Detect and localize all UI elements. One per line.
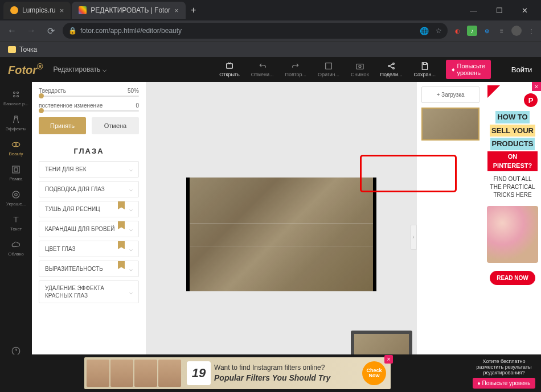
tool-item[interactable]: ТЕНИ ДЛЯ ВЕК⌵ bbox=[39, 161, 139, 178]
chevron-down-icon: ⌵ bbox=[129, 226, 133, 232]
folder-icon bbox=[8, 46, 16, 53]
rail-cloud[interactable]: Облако bbox=[0, 236, 32, 261]
promo-upgrade-button[interactable]: ♦Повысьте уровень bbox=[473, 378, 535, 389]
chevron-down-icon: ⌵ bbox=[129, 266, 133, 272]
bookmark-item[interactable]: Точка bbox=[19, 46, 37, 53]
tool-item[interactable]: ЦВЕТ ГЛАЗ⌵ bbox=[39, 241, 139, 257]
favicon bbox=[79, 6, 87, 14]
rail-frame[interactable]: Рамка bbox=[0, 160, 32, 185]
maximize-button[interactable]: ☐ bbox=[486, 2, 512, 19]
menu-button[interactable]: ⋮ bbox=[526, 26, 536, 36]
svg-point-7 bbox=[14, 92, 15, 94]
ad-cta-button[interactable]: Check Now bbox=[362, 361, 386, 385]
back-button[interactable]: ← bbox=[5, 23, 19, 38]
svg-point-15 bbox=[13, 191, 19, 198]
promo-text: Хотите бесплатно разместить результаты р… bbox=[472, 358, 536, 376]
rail-basic[interactable]: Базовое р... bbox=[0, 85, 32, 110]
profile-avatar[interactable] bbox=[511, 26, 522, 36]
app-header: Fotor® Редактировать⌵ Открыть Отмени... … bbox=[0, 57, 541, 82]
tool-item[interactable]: УДАЛЕНИЕ ЭФФЕКТА КРАСНЫХ ГЛАЗ⌵ bbox=[39, 280, 139, 303]
address-bar[interactable]: 🔒 fotor.com/app.html#/editor/beauty 🌐 ☆ bbox=[63, 23, 448, 39]
upgrade-button[interactable]: ♦Повысьте уровень bbox=[446, 60, 491, 79]
rail-text[interactable]: Текст bbox=[0, 211, 32, 236]
thumbnail[interactable] bbox=[421, 108, 479, 141]
cancel-button[interactable]: Отмена bbox=[92, 117, 139, 134]
login-button[interactable]: Войти bbox=[511, 65, 532, 74]
selection-highlight bbox=[360, 155, 457, 192]
svg-point-4 bbox=[388, 65, 390, 67]
favicon bbox=[10, 6, 18, 14]
ad-cta-button[interactable]: READ NOW bbox=[490, 271, 535, 285]
save-button[interactable]: Сохран... bbox=[414, 61, 436, 77]
original-button[interactable]: Оригин... bbox=[318, 61, 339, 77]
transition-slider[interactable]: постепенное изменение0 bbox=[39, 102, 139, 112]
tab-fotor[interactable]: РЕДАКТИРОВАТЬ | Fotor × bbox=[72, 2, 185, 19]
pinterest-icon[interactable]: P bbox=[524, 93, 538, 107]
hardness-slider[interactable]: Твердость50% bbox=[39, 88, 139, 97]
svg-point-5 bbox=[393, 63, 395, 65]
ad-headline: HOW TO SELL YOUR PRODUCTS ON PINTEREST? bbox=[487, 110, 538, 172]
accept-button[interactable]: Принять bbox=[39, 117, 86, 134]
open-button[interactable]: Открыть bbox=[219, 61, 239, 77]
chevron-down-icon: ⌵ bbox=[103, 65, 106, 73]
tool-item[interactable]: ПОДВОДКА ДЛЯ ГЛАЗ⌵ bbox=[39, 181, 139, 197]
forward-button[interactable]: → bbox=[24, 23, 39, 38]
extension-icon[interactable]: ♪ bbox=[467, 26, 477, 36]
svg-point-9 bbox=[14, 96, 15, 97]
uploads-panel: + Загрузка 🗑Очистить все bbox=[417, 82, 484, 392]
redo-button[interactable]: Повтор... bbox=[285, 61, 307, 77]
tab-lumpics[interactable]: Lumpics.ru × bbox=[3, 2, 71, 19]
tool-item[interactable]: ВЫРАЗИТЕЛЬНОСТЬ⌵ bbox=[39, 261, 139, 277]
fotor-logo[interactable]: Fotor® bbox=[8, 62, 43, 77]
banner-ad[interactable]: × 19 Want to find Instagram filters onli… bbox=[84, 357, 391, 389]
diamond-icon: ♦ bbox=[452, 66, 455, 73]
rail-beauty[interactable]: Beauty bbox=[0, 135, 32, 160]
extension-icon[interactable]: ≡ bbox=[497, 26, 507, 36]
svg-rect-13 bbox=[13, 166, 19, 173]
close-button[interactable]: ✕ bbox=[512, 2, 538, 19]
close-icon[interactable]: × bbox=[532, 82, 541, 91]
new-tab-button[interactable]: + bbox=[187, 3, 200, 17]
ad-thumb bbox=[134, 360, 157, 387]
bookmark-flag-icon bbox=[118, 241, 125, 249]
mode-dropdown[interactable]: Редактировать⌵ bbox=[53, 65, 106, 73]
ad-thumb bbox=[87, 360, 109, 387]
tab-title: Lumpics.ru bbox=[22, 6, 56, 14]
bottom-bar: × 19 Want to find Instagram filters onli… bbox=[0, 354, 541, 392]
extension-icon[interactable]: ⊕ bbox=[482, 26, 492, 36]
rail-effects[interactable]: Эффекты bbox=[0, 110, 32, 135]
expand-handle[interactable]: › bbox=[410, 225, 417, 250]
ad-image bbox=[487, 206, 538, 263]
close-icon[interactable]: × bbox=[174, 6, 179, 15]
browser-tabs: Lumpics.ru × РЕДАКТИРОВАТЬ | Fotor × + —… bbox=[0, 0, 541, 20]
tool-label: ПОДВОДКА ДЛЯ ГЛАЗ bbox=[45, 186, 105, 192]
ad-text: Want to find Instagram filters online?Po… bbox=[214, 364, 330, 383]
minimize-button[interactable]: — bbox=[461, 2, 486, 19]
ad-subtext: FIND OUT ALL THE PRACTICAL TRICKS HERE bbox=[487, 175, 538, 199]
section-title: ГЛАЗА bbox=[32, 139, 146, 161]
bookmark-flag-icon bbox=[118, 261, 125, 269]
tool-label: КАРАНДАШ ДЛЯ БРОВЕЙ bbox=[45, 226, 114, 232]
chevron-down-icon: ⌵ bbox=[129, 186, 133, 192]
star-icon[interactable]: ☆ bbox=[436, 27, 442, 35]
reload-button[interactable]: ⟳ bbox=[43, 23, 58, 38]
tool-item[interactable]: ТУШЬ ДЛЯ РЕСНИЦ⌵ bbox=[39, 201, 139, 217]
close-icon[interactable]: × bbox=[60, 6, 64, 15]
share-button[interactable]: Подели... bbox=[380, 61, 403, 77]
rail-decor[interactable]: Украше... bbox=[0, 185, 32, 211]
extension-icon[interactable]: ◐ bbox=[452, 26, 462, 36]
diamond-icon: ♦ bbox=[477, 380, 480, 386]
options-panel: Твердость50% постепенное изменение0 Прин… bbox=[32, 82, 146, 392]
upload-button[interactable]: + Загрузка bbox=[421, 86, 479, 103]
tool-item[interactable]: КАРАНДАШ ДЛЯ БРОВЕЙ⌵ bbox=[39, 221, 139, 237]
translate-icon[interactable]: 🌐 bbox=[420, 27, 429, 35]
close-icon[interactable]: × bbox=[384, 355, 393, 364]
svg-point-12 bbox=[15, 144, 17, 146]
svg-rect-2 bbox=[356, 64, 363, 69]
snapshot-button[interactable]: Снимок bbox=[351, 61, 369, 77]
tool-label: ТЕНИ ДЛЯ ВЕК bbox=[45, 166, 86, 172]
url: fotor.com/app.html#/editor/beauty bbox=[80, 27, 182, 35]
canvas-photo[interactable] bbox=[186, 178, 376, 291]
tool-rail: Базовое р... Эффекты Beauty Рамка Украше… bbox=[0, 82, 32, 392]
undo-button[interactable]: Отмени... bbox=[251, 61, 274, 77]
